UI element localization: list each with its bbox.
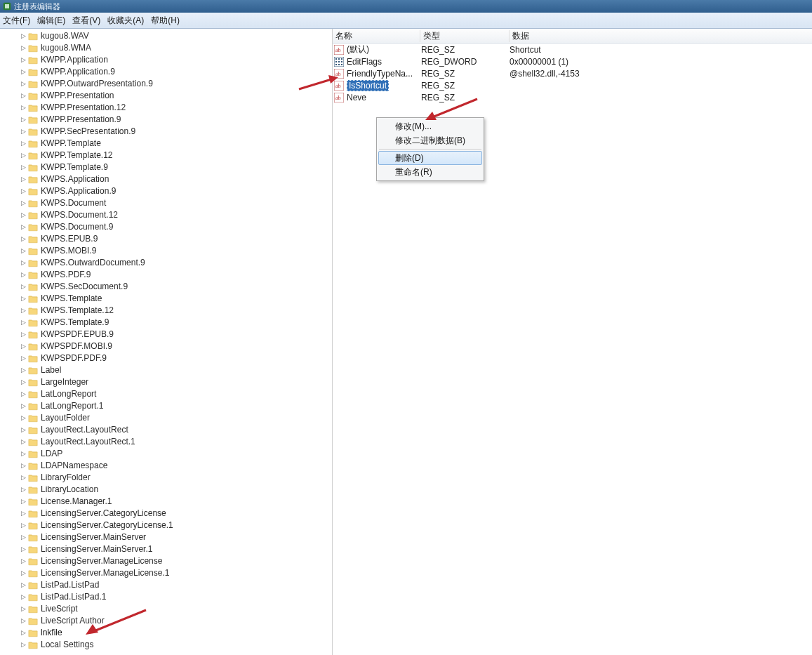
tree-item[interactable]: ▷KWPS.MOBI.9 bbox=[0, 245, 332, 257]
chevron-right-icon[interactable]: ▷ bbox=[20, 460, 27, 472]
chevron-right-icon[interactable]: ▷ bbox=[20, 269, 27, 281]
tree-item[interactable]: ▷LiveScript Author bbox=[0, 615, 332, 627]
chevron-right-icon[interactable]: ▷ bbox=[20, 233, 27, 245]
tree-item[interactable]: ▷LDAP bbox=[0, 448, 332, 460]
chevron-right-icon[interactable]: ▷ bbox=[20, 412, 27, 424]
tree-item[interactable]: ▷LiveScript bbox=[0, 603, 332, 615]
tree-item[interactable]: ▷KWPP.Application bbox=[0, 54, 332, 66]
chevron-right-icon[interactable]: ▷ bbox=[20, 436, 27, 448]
chevron-right-icon[interactable]: ▷ bbox=[20, 388, 27, 400]
tree-item[interactable]: ▷LayoutFolder bbox=[0, 412, 332, 424]
tree-item[interactable]: ▷ListPad.ListPad bbox=[0, 579, 332, 591]
tree-item[interactable]: ▷KWPP.Presentation.12 bbox=[0, 102, 332, 114]
tree-item[interactable]: ▷KWPP.Template bbox=[0, 138, 332, 150]
tree-item[interactable]: ▷kugou8.WMA bbox=[0, 42, 332, 54]
tree-item[interactable]: ▷KWPS.EPUB.9 bbox=[0, 233, 332, 245]
tree-item[interactable]: ▷lnkfile bbox=[0, 627, 332, 639]
chevron-right-icon[interactable]: ▷ bbox=[20, 555, 27, 567]
chevron-right-icon[interactable]: ▷ bbox=[20, 197, 27, 209]
tree-item[interactable]: ▷kugou8.WAV bbox=[0, 30, 332, 42]
tree-item[interactable]: ▷KWPS.Template bbox=[0, 293, 332, 305]
chevron-right-icon[interactable]: ▷ bbox=[20, 30, 27, 42]
tree-item[interactable]: ▷LibraryFolder bbox=[0, 472, 332, 484]
context-menu-modify[interactable]: 修改(M)... bbox=[378, 119, 482, 133]
chevron-right-icon[interactable]: ▷ bbox=[20, 126, 27, 138]
tree-item[interactable]: ▷KWPP.Template.12 bbox=[0, 150, 332, 161]
chevron-right-icon[interactable]: ▷ bbox=[20, 472, 27, 484]
chevron-right-icon[interactable]: ▷ bbox=[20, 102, 27, 114]
value-row[interactable]: abNeveREG_SZ bbox=[333, 91, 812, 103]
chevron-right-icon[interactable]: ▷ bbox=[20, 161, 27, 173]
tree-item[interactable]: ▷KWPSPDF.EPUB.9 bbox=[0, 329, 332, 340]
tree-item[interactable]: ▷KWPS.Template.12 bbox=[0, 305, 332, 317]
chevron-right-icon[interactable]: ▷ bbox=[20, 293, 27, 305]
chevron-right-icon[interactable]: ▷ bbox=[20, 54, 27, 66]
tree-item[interactable]: ▷LicensingServer.ManageLicense.1 bbox=[0, 567, 332, 579]
chevron-right-icon[interactable]: ▷ bbox=[20, 520, 27, 531]
tree-item[interactable]: ▷KWPS.PDF.9 bbox=[0, 269, 332, 281]
chevron-right-icon[interactable]: ▷ bbox=[20, 508, 27, 520]
tree-item[interactable]: ▷Label bbox=[0, 364, 332, 376]
tree-item[interactable]: ▷LibraryLocation bbox=[0, 484, 332, 496]
chevron-right-icon[interactable]: ▷ bbox=[20, 114, 27, 126]
chevron-right-icon[interactable]: ▷ bbox=[20, 66, 27, 78]
tree-item[interactable]: ▷KWPS.Document bbox=[0, 197, 332, 209]
tree-item[interactable]: ▷LicensingServer.ManageLicense bbox=[0, 555, 332, 567]
chevron-right-icon[interactable]: ▷ bbox=[20, 639, 27, 651]
value-row[interactable]: ab(默认)REG_SZShortcut bbox=[333, 44, 812, 55]
chevron-right-icon[interactable]: ▷ bbox=[20, 221, 27, 233]
column-header-data[interactable]: 数据 bbox=[510, 30, 812, 42]
chevron-right-icon[interactable]: ▷ bbox=[20, 543, 27, 555]
tree-item[interactable]: ▷Local Settings bbox=[0, 639, 332, 651]
chevron-right-icon[interactable]: ▷ bbox=[20, 42, 27, 54]
menu-view[interactable]: 查看(V) bbox=[72, 15, 100, 27]
tree-item[interactable]: ▷ListPad.ListPad.1 bbox=[0, 591, 332, 603]
tree-item[interactable]: ▷KWPS.Document.12 bbox=[0, 209, 332, 221]
chevron-right-icon[interactable]: ▷ bbox=[20, 567, 27, 579]
tree-item[interactable]: ▷KWPP.SecPresentation.9 bbox=[0, 126, 332, 138]
tree-item[interactable]: ▷KWPSPDF.MOBI.9 bbox=[0, 340, 332, 352]
chevron-right-icon[interactable]: ▷ bbox=[20, 424, 27, 436]
tree-item[interactable]: ▷KWPS.Application bbox=[0, 173, 332, 185]
chevron-right-icon[interactable]: ▷ bbox=[20, 496, 27, 508]
chevron-right-icon[interactable]: ▷ bbox=[20, 340, 27, 352]
chevron-right-icon[interactable]: ▷ bbox=[20, 603, 27, 615]
tree-item[interactable]: ▷LicensingServer.CategoryLicense bbox=[0, 508, 332, 520]
chevron-right-icon[interactable]: ▷ bbox=[20, 484, 27, 496]
chevron-right-icon[interactable]: ▷ bbox=[20, 400, 27, 412]
tree-item[interactable]: ▷License.Manager.1 bbox=[0, 496, 332, 508]
chevron-right-icon[interactable]: ▷ bbox=[20, 627, 27, 639]
chevron-right-icon[interactable]: ▷ bbox=[20, 579, 27, 591]
tree-item[interactable]: ▷LDAPNamespace bbox=[0, 460, 332, 472]
column-header-name[interactable]: 名称 bbox=[333, 30, 420, 42]
chevron-right-icon[interactable]: ▷ bbox=[20, 257, 27, 269]
tree-item[interactable]: ▷KWPS.Template.9 bbox=[0, 317, 332, 329]
tree-item[interactable]: ▷KWPS.Application.9 bbox=[0, 185, 332, 197]
chevron-right-icon[interactable]: ▷ bbox=[20, 209, 27, 221]
value-row[interactable]: abFriendlyTypeNa...REG_SZ@shell32.dll,-4… bbox=[333, 67, 812, 79]
tree-item[interactable]: ▷LicensingServer.MainServer.1 bbox=[0, 543, 332, 555]
value-row[interactable]: EditFlagsREG_DWORD0x00000001 (1) bbox=[333, 55, 812, 67]
chevron-right-icon[interactable]: ▷ bbox=[20, 376, 27, 388]
chevron-right-icon[interactable]: ▷ bbox=[20, 245, 27, 257]
chevron-right-icon[interactable]: ▷ bbox=[20, 317, 27, 329]
column-header-type[interactable]: 类型 bbox=[420, 30, 510, 42]
chevron-right-icon[interactable]: ▷ bbox=[20, 138, 27, 150]
tree-item[interactable]: ▷KWPP.Application.9 bbox=[0, 66, 332, 78]
chevron-right-icon[interactable]: ▷ bbox=[20, 591, 27, 603]
tree-item[interactable]: ▷LayoutRect.LayoutRect.1 bbox=[0, 436, 332, 448]
menu-edit[interactable]: 编辑(E) bbox=[37, 15, 65, 27]
chevron-right-icon[interactable]: ▷ bbox=[20, 352, 27, 364]
tree-item[interactable]: ▷LatLongReport bbox=[0, 388, 332, 400]
chevron-right-icon[interactable]: ▷ bbox=[20, 305, 27, 317]
chevron-right-icon[interactable]: ▷ bbox=[20, 329, 27, 340]
chevron-right-icon[interactable]: ▷ bbox=[20, 531, 27, 543]
chevron-right-icon[interactable]: ▷ bbox=[20, 281, 27, 293]
tree-item[interactable]: ▷KWPP.Presentation bbox=[0, 90, 332, 102]
tree-item[interactable]: ▷KWPS.OutwardDocument.9 bbox=[0, 257, 332, 269]
context-menu-modify-binary[interactable]: 修改二进制数据(B) bbox=[378, 133, 482, 147]
tree-scroll[interactable]: ▷kugou8.WAV▷kugou8.WMA▷KWPP.Application▷… bbox=[0, 29, 332, 655]
menu-help[interactable]: 帮助(H) bbox=[151, 15, 180, 27]
tree-item[interactable]: ▷KWPS.Document.9 bbox=[0, 221, 332, 233]
tree-item[interactable]: ▷KWPP.Template.9 bbox=[0, 161, 332, 173]
